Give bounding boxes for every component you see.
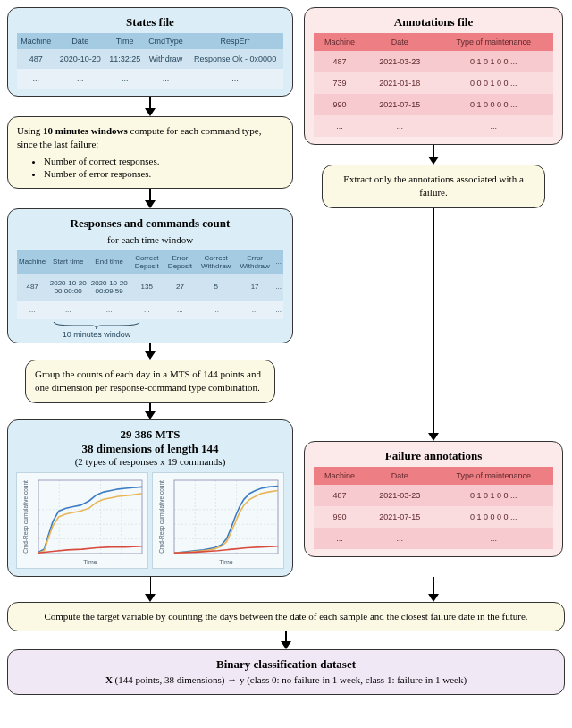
step-group-box: Group the counts of each day in a MTS of… [25, 360, 275, 403]
step-windows-text: Using 10 minutes windows compute for eac… [17, 124, 283, 152]
table-row: 9902021-07-150 1 0 0 0 0 ... [314, 506, 553, 528]
arrow-icon [145, 97, 156, 116]
responses-count-box: Responses and commands count for each ti… [7, 208, 293, 343]
states-file-title: States file [17, 15, 283, 30]
merge-connector [7, 577, 565, 602]
states-file-table: Machine Date Time CmdType RespErr 487 20… [17, 33, 283, 89]
svg-text:Cmd-Resp cumulative count: Cmd-Resp cumulative count [158, 480, 165, 554]
annotations-file-title: Annotations file [314, 15, 553, 30]
responses-count-title: Responses and commands count [17, 216, 283, 231]
step-extract-text: Extract only the annotations associated … [332, 173, 535, 200]
arrow-icon [145, 189, 156, 208]
svg-rect-8 [38, 480, 142, 554]
failure-annotations-box: Failure annotations Machine Date Type of… [304, 441, 563, 557]
step-group-text: Group the counts of each day in a MTS of… [35, 368, 265, 395]
table-row: ......... [314, 115, 553, 137]
arrow-icon [145, 343, 156, 360]
chart-svg: TimeCmd-Resp cumulative count [156, 477, 282, 566]
mts-line1: 29 386 MTS [17, 427, 283, 442]
mts-line2: 38 dimensions of length 144 [17, 442, 283, 456]
mts-box: 29 386 MTS 38 dimensions of length 144 (… [7, 419, 293, 577]
table-row: 487 2020-10-20 11:32:25 Withdraw Respons… [17, 49, 283, 69]
table-row: ......... [314, 528, 553, 549]
mts-line3: (2 types of responses x 19 commands) [17, 456, 283, 467]
failure-annotations-title: Failure annotations [314, 449, 553, 463]
arrow-icon [428, 208, 439, 441]
step-windows-box: Using 10 minutes windows compute for eac… [7, 116, 293, 189]
annotations-file-box: Annotations file Machine Date Type of ma… [304, 7, 563, 145]
step-windows-bullets: Number of correct responses. Number of e… [44, 156, 283, 179]
responses-count-subtitle: for each time window [17, 234, 283, 245]
mts-chart-1: TimeCmd-Resp cumulative count [16, 472, 148, 569]
table-row: ... ... ... ... ... ... ... ... [17, 301, 283, 319]
step-target-text: Compute the target variable by counting … [17, 610, 555, 623]
failure-annotations-table: Machine Date Type of maintenance 4872021… [314, 467, 553, 549]
responses-count-table: Machine Start time End time Correct Depo… [17, 250, 283, 319]
final-box: Binary classification dataset X (144 poi… [7, 649, 565, 695]
table-row: 4872021-03-230 1 0 1 0 0 ... [314, 485, 553, 506]
arrow-icon [145, 403, 156, 419]
chart-svg: TimeCmd-Resp cumulative count [21, 477, 146, 566]
arrow-icon [428, 145, 439, 165]
states-file-box: States file Machine Date Time CmdType Re… [7, 7, 293, 97]
brace-annotation: 10 minutes window [0, 321, 283, 339]
step-extract-box: Extract only the annotations associated … [322, 165, 545, 208]
final-formula: X (144 points, 38 dimensions) → y (class… [17, 673, 555, 687]
annotations-file-table: Machine Date Type of maintenance 4872021… [314, 33, 553, 137]
table-row: 4872021-03-230 1 0 1 0 0 ... [314, 51, 553, 72]
svg-text:Time: Time [219, 559, 232, 565]
mts-chart-2: TimeCmd-Resp cumulative count [152, 472, 284, 569]
step-target-box: Compute the target variable by counting … [7, 602, 565, 631]
svg-text:Time: Time [83, 559, 97, 565]
table-row: 7392021-01-180 0 0 1 0 0 ... [314, 72, 553, 94]
table-row: 9902021-07-150 1 0 0 0 0 ... [314, 94, 553, 115]
table-row: ... ... ... ... ... [17, 69, 283, 89]
final-title: Binary classification dataset [17, 657, 555, 672]
table-row: 487 2020-10-20 00:00:00 2020-10-20 00:09… [17, 274, 283, 301]
svg-text:Cmd-Resp cumulative count: Cmd-Resp cumulative count [22, 480, 29, 554]
arrow-icon [7, 631, 565, 649]
